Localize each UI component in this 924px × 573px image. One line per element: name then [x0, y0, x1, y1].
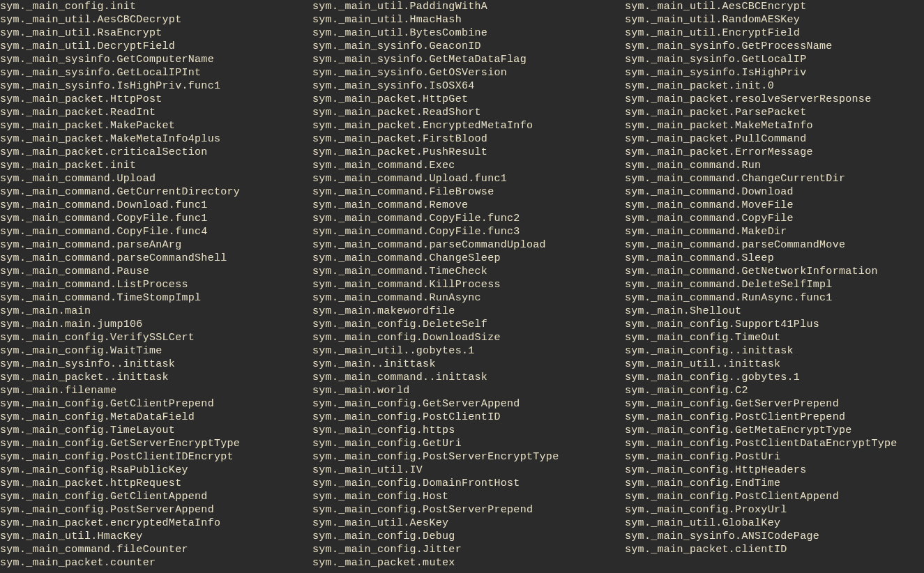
symbol-entry[interactable]: sym._main_command.parseCommandMove — [625, 238, 924, 252]
symbol-entry[interactable]: sym._main_config.EndTime — [625, 477, 924, 490]
symbol-entry[interactable]: sym._main_command.CopyFile — [625, 212, 924, 225]
symbol-entry[interactable]: sym._main_command.Run — [625, 159, 924, 172]
symbol-entry[interactable]: sym._main_util.HmacKey — [0, 530, 312, 543]
symbol-entry[interactable]: sym._main_config.Support41Plus — [625, 318, 924, 331]
symbol-entry[interactable]: sym._main_config.DownloadSize — [312, 331, 625, 344]
symbol-entry[interactable]: sym._main_util.HmacHash — [312, 13, 625, 26]
symbol-entry[interactable]: sym._main_config.GetServerAppend — [312, 397, 625, 411]
symbol-entry[interactable]: sym._main..inittask — [312, 358, 625, 371]
symbol-entry[interactable]: sym._main_command.parseAnArg — [0, 238, 312, 252]
symbol-entry[interactable]: sym._main_sysinfo.GetLocalIPInt — [0, 66, 312, 79]
symbol-entry[interactable]: sym._main_config.DomainFrontHost — [312, 477, 625, 490]
symbol-entry[interactable]: sym._main_command.ChangeCurrentDir — [625, 172, 924, 185]
symbol-entry[interactable]: sym._main_packet.mutex — [312, 556, 625, 570]
symbol-entry[interactable]: sym._main_sysinfo.GetLocalIP — [625, 53, 924, 66]
symbol-entry[interactable]: sym._main_packet.MakeMetaInfo4plus — [0, 132, 312, 146]
symbol-entry[interactable]: sym._main_sysinfo.GetMetaDataFlag — [312, 53, 625, 66]
symbol-entry[interactable]: sym._main_command.ListProcess — [0, 278, 312, 291]
symbol-entry[interactable]: sym._main_command.GetNetworkInformation — [625, 265, 924, 278]
symbol-entry[interactable]: sym._main_packet.PushResult — [312, 146, 625, 159]
symbol-entry[interactable]: sym._main_command.Download — [625, 185, 924, 199]
symbol-entry[interactable]: sym._main_command.Upload.func1 — [312, 172, 625, 185]
symbol-entry[interactable]: sym._main_config..inittask — [625, 344, 924, 358]
symbol-entry[interactable]: sym._main_command.CopyFile.func3 — [312, 225, 625, 238]
symbol-entry[interactable]: sym._main_config.Jitter — [312, 543, 625, 556]
symbol-entry[interactable]: sym._main_util.IV — [312, 464, 625, 477]
symbol-entry[interactable]: sym._main.filename — [0, 384, 312, 397]
symbol-entry[interactable]: sym._main_config.PostClientIDEncrypt — [0, 450, 312, 464]
symbol-entry[interactable]: sym._main_util..gobytes.1 — [312, 344, 625, 358]
symbol-entry[interactable]: sym._main_command.Upload — [0, 172, 312, 185]
symbol-entry[interactable]: sym._main_config.Debug — [312, 530, 625, 543]
symbol-entry[interactable]: sym._main_config.RsaPublicKey — [0, 464, 312, 477]
symbol-entry[interactable]: sym._main_config.GetUri — [312, 437, 625, 450]
symbol-entry[interactable]: sym._main_packet.FirstBlood — [312, 132, 625, 146]
symbol-entry[interactable]: sym._main.Shellout — [625, 305, 924, 318]
symbol-entry[interactable]: sym._main_command.parseCommandShell — [0, 252, 312, 265]
symbol-entry[interactable]: sym._main_util.AesKey — [312, 517, 625, 530]
symbol-entry[interactable]: sym._main_packet.criticalSection — [0, 146, 312, 159]
symbol-entry[interactable]: sym._main.main — [0, 305, 312, 318]
symbol-entry[interactable]: sym._main_packet.MakePacket — [0, 119, 312, 132]
symbol-entry[interactable]: sym._main_command.MakeDir — [625, 225, 924, 238]
symbol-entry[interactable]: sym._main_command.GetCurrentDirectory — [0, 185, 312, 199]
symbol-entry[interactable]: sym._main_config.PostClientID — [312, 411, 625, 424]
symbol-entry[interactable]: sym._main_config.PostServerPrepend — [312, 503, 625, 517]
symbol-entry[interactable]: sym._main_config.ProxyUrl — [625, 503, 924, 517]
symbol-entry[interactable]: sym._main_util.AesCBCEncrypt — [625, 0, 924, 13]
symbol-entry[interactable]: sym._main_util.AesCBCDecrypt — [0, 13, 312, 26]
symbol-entry[interactable]: sym._main_packet.HttpPost — [0, 93, 312, 106]
symbol-entry[interactable]: sym._main_packet.ErrorMessage — [625, 146, 924, 159]
symbol-entry[interactable]: sym._main.main.jump106 — [0, 318, 312, 331]
symbol-entry[interactable]: sym._main_packet.init.0 — [625, 79, 924, 93]
symbol-entry[interactable]: sym._main_command.FileBrowse — [312, 185, 625, 199]
symbol-entry[interactable]: sym._main_command.DeleteSelfImpl — [625, 278, 924, 291]
symbol-entry[interactable]: sym._main_util.RandomAESKey — [625, 13, 924, 26]
symbol-entry[interactable]: sym._main_config.GetServerPrepend — [625, 397, 924, 411]
symbol-entry[interactable]: sym._main_command.TimeCheck — [312, 265, 625, 278]
symbol-entry[interactable]: sym._main_config.TimeLayout — [0, 424, 312, 437]
symbol-entry[interactable]: sym._main_config.VerifySSLCert — [0, 331, 312, 344]
symbol-entry[interactable]: sym._main_config.GetServerEncryptType — [0, 437, 312, 450]
symbol-entry[interactable]: sym._main_sysinfo.GeaconID — [312, 40, 625, 53]
symbol-entry[interactable]: sym._main_config.GetClientAppend — [0, 490, 312, 503]
symbol-entry[interactable]: sym._main_config.TimeOut — [625, 331, 924, 344]
symbol-entry[interactable]: sym._main.world — [312, 384, 625, 397]
symbol-entry[interactable]: sym._main_packet.counter — [0, 556, 312, 570]
symbol-entry[interactable]: sym._main_config.PostServerEncryptType — [312, 450, 625, 464]
symbol-entry[interactable]: sym._main_command.CopyFile.func1 — [0, 212, 312, 225]
symbol-entry[interactable]: sym._main_packet.PullCommand — [625, 132, 924, 146]
symbol-entry[interactable]: sym._main_command.TimeStompImpl — [0, 291, 312, 305]
symbol-entry[interactable]: sym._main_sysinfo.IsOSX64 — [312, 79, 625, 93]
symbol-entry[interactable]: sym._main_packet.httpRequest — [0, 477, 312, 490]
symbol-entry[interactable]: sym._main_command.Pause — [0, 265, 312, 278]
symbol-entry[interactable]: sym._main_config.Host — [312, 490, 625, 503]
symbol-entry[interactable]: sym._main_config.PostServerAppend — [0, 503, 312, 517]
symbol-entry[interactable]: sym._main_packet.clientID — [625, 543, 924, 556]
symbol-entry[interactable]: sym._main_command.CopyFile.func2 — [312, 212, 625, 225]
symbol-entry[interactable]: sym._main_util.EncryptField — [625, 26, 924, 40]
symbol-entry[interactable]: sym._main_util..inittask — [625, 358, 924, 371]
symbol-entry[interactable]: sym._main_packet.encryptedMetaInfo — [0, 517, 312, 530]
symbol-entry[interactable]: sym._main_packet.HttpGet — [312, 93, 625, 106]
symbol-entry[interactable]: sym._main_command..inittask — [312, 371, 625, 384]
symbol-entry[interactable]: sym._main_command.KillProcess — [312, 278, 625, 291]
symbol-entry[interactable]: sym._main_sysinfo..inittask — [0, 358, 312, 371]
symbol-entry[interactable]: sym._main_sysinfo.GetComputerName — [0, 53, 312, 66]
symbol-entry[interactable]: sym._main_command.fileCounter — [0, 543, 312, 556]
symbol-entry[interactable]: sym._main_packet.EncryptedMetaInfo — [312, 119, 625, 132]
symbol-entry[interactable]: sym._main_command.parseCommandUpload — [312, 238, 625, 252]
symbol-entry[interactable]: sym._main_packet..inittask — [0, 371, 312, 384]
symbol-entry[interactable]: sym._main_config.WaitTime — [0, 344, 312, 358]
symbol-entry[interactable]: sym._main_command.ChangeSleep — [312, 252, 625, 265]
symbol-entry[interactable]: sym._main_config.PostClientAppend — [625, 490, 924, 503]
symbol-entry[interactable]: sym._main_config.PostClientPrepend — [625, 411, 924, 424]
symbol-entry[interactable]: sym._main_config..gobytes.1 — [625, 371, 924, 384]
symbol-entry[interactable]: sym._main_util.GlobalKey — [625, 517, 924, 530]
symbol-entry[interactable]: sym._main_command.RunAsync.func1 — [625, 291, 924, 305]
symbol-entry[interactable]: sym._main_config.HttpHeaders — [625, 464, 924, 477]
symbol-entry[interactable]: sym._main_packet.resolveServerResponse — [625, 93, 924, 106]
symbol-entry[interactable]: sym._main_sysinfo.ANSICodePage — [625, 530, 924, 543]
symbol-entry[interactable]: sym._main_util.RsaEncrypt — [0, 26, 312, 40]
symbol-entry[interactable]: sym._main_command.Sleep — [625, 252, 924, 265]
